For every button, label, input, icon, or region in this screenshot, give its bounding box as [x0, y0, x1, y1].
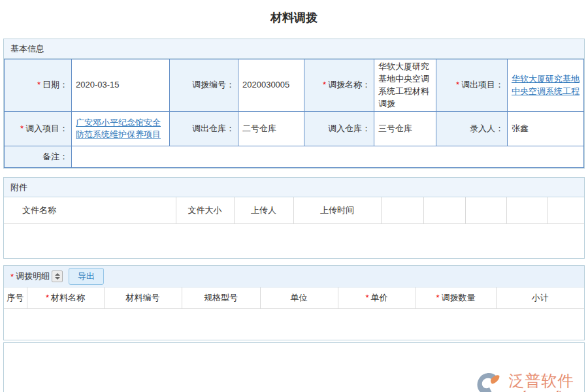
source-project-cell: 华软大厦研究基地中央空调系统工程	[508, 59, 584, 112]
attachments-header-row: 文件名称 文件大小 上传人 上传时间	[4, 197, 584, 224]
attachments-header: 附件	[4, 178, 584, 197]
required-mark: *	[365, 293, 368, 302]
source-project-link[interactable]: 华软大厦研究基地中央空调系统工程	[512, 74, 580, 96]
col-file-size: 文件大小	[176, 197, 234, 224]
basic-info-header: 基本信息	[4, 39, 584, 59]
basic-info-section: 基本信息 *日期： 2020-03-15 调拨编号： 2020030005 *调…	[3, 39, 585, 169]
transfer-no-value: 2020030005	[238, 59, 304, 112]
recorder-label: 录入人：	[436, 112, 508, 146]
detail-header-row: 序号 *材料名称 材料编号 规格型号 单位 *单价 *调拨数量 小计	[4, 287, 584, 309]
source-warehouse-value: 二号仓库	[238, 112, 304, 146]
transfer-detail-title: 调拨明细	[16, 270, 50, 282]
col-seq: 序号	[4, 287, 27, 309]
col-empty	[547, 197, 584, 224]
transfer-detail-table: 序号 *材料名称 材料编号 规格型号 单位 *单价 *调拨数量 小计	[4, 287, 584, 309]
col-spec-model: 规格型号	[182, 287, 260, 309]
source-warehouse-label: 调出仓库：	[170, 112, 238, 146]
export-button[interactable]: 导出	[69, 268, 104, 285]
attachments-empty-body	[4, 224, 584, 258]
required-mark: *	[10, 272, 14, 282]
col-file-name: 文件名称	[4, 197, 176, 224]
remark-label: 备注：	[5, 146, 72, 168]
basic-info-table: *日期： 2020-03-15 调拨编号： 2020030005 *调拨名称： …	[4, 59, 584, 168]
col-empty	[506, 197, 547, 224]
col-unit: 单位	[260, 287, 338, 309]
target-project-link[interactable]: 广安邓小平纪念馆安全防范系统维护保养项目	[76, 118, 161, 140]
attachments-section: 附件 文件名称 文件大小 上传人 上传时间	[3, 177, 585, 259]
required-mark: *	[37, 80, 41, 90]
transfer-detail-section: * 调拨明细 导出 序号 *材料名称 材料编号 规格型号 单位 *单价 *调拨数…	[3, 265, 585, 340]
vendor-watermark: 泛普软件 www.fanpusoft.com	[476, 372, 581, 392]
col-material-no: 材料编号	[104, 287, 182, 309]
vendor-name: 泛普软件	[501, 372, 581, 389]
recorder-value: 张鑫	[508, 112, 584, 146]
date-label: *日期：	[5, 59, 72, 112]
sort-down-icon	[55, 277, 60, 280]
col-empty	[465, 197, 506, 224]
vendor-url: www.fanpusoft.com	[501, 389, 581, 392]
detail-empty-body	[4, 309, 584, 340]
basic-info-row-2: *调入项目： 广安邓小平纪念馆安全防范系统维护保养项目 调出仓库： 二号仓库 调…	[5, 112, 584, 146]
fanpu-logo-icon	[476, 372, 500, 392]
col-unit-price: *单价	[338, 287, 416, 309]
footer-section: 泛普软件 www.fanpusoft.com	[3, 342, 585, 392]
attachments-table: 文件名称 文件大小 上传人 上传时间	[4, 197, 584, 224]
target-warehouse-value: 三号仓库	[374, 112, 436, 146]
required-mark: *	[436, 293, 439, 302]
col-upload-time: 上传时间	[293, 197, 381, 224]
col-uploader: 上传人	[234, 197, 293, 224]
required-mark: *	[456, 80, 459, 90]
sort-up-icon	[55, 273, 60, 276]
target-project-cell: 广安邓小平纪念馆安全防范系统维护保养项目	[72, 112, 170, 146]
page-title: 材料调拨	[0, 0, 588, 39]
transfer-name-value: 华软大厦研究基地中央空调系统工程材料调拨	[374, 59, 436, 112]
target-project-label: *调入项目：	[5, 112, 72, 146]
transfer-no-label: 调拨编号：	[170, 59, 238, 112]
col-material-name: *材料名称	[27, 287, 104, 309]
col-empty	[381, 197, 423, 224]
basic-info-row-1: *日期： 2020-03-15 调拨编号： 2020030005 *调拨名称： …	[5, 59, 584, 112]
basic-info-row-3: 备注：	[5, 146, 584, 168]
col-transfer-qty: *调拨数量	[416, 287, 496, 309]
col-empty	[423, 197, 465, 224]
required-mark: *	[46, 293, 49, 302]
date-value: 2020-03-15	[72, 59, 170, 112]
target-warehouse-label: 调入仓库：	[304, 112, 374, 146]
transfer-name-label: *调拨名称：	[304, 59, 374, 112]
required-mark: *	[20, 123, 24, 133]
col-subtotal: 小计	[496, 287, 584, 309]
sort-spinner-icon[interactable]	[52, 270, 63, 282]
source-project-label: *调出项目：	[436, 59, 508, 112]
remark-value	[72, 146, 584, 168]
transfer-detail-bar: * 调拨明细 导出	[4, 266, 584, 287]
required-mark: *	[323, 80, 326, 90]
